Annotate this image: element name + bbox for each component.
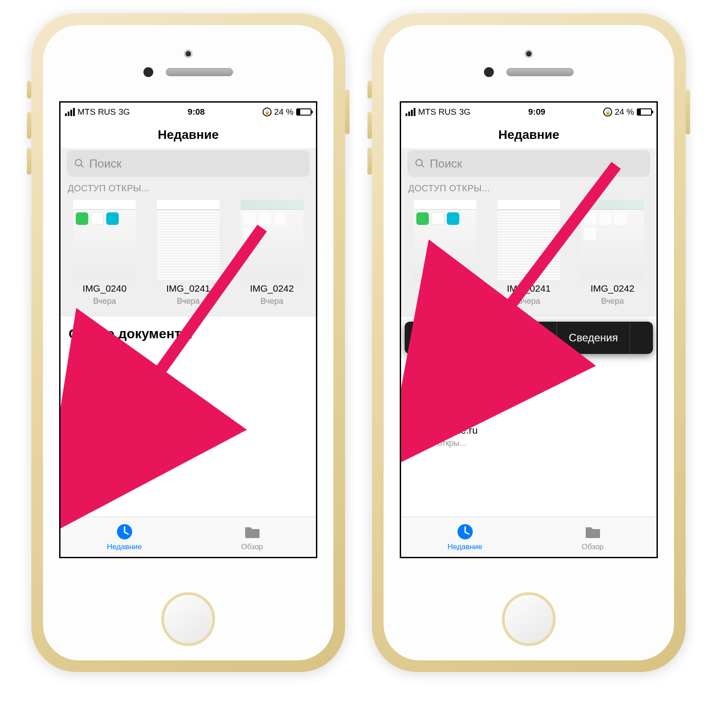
zip-file-icon: zip xyxy=(409,355,467,422)
document-name: apple-iphone.ru xyxy=(69,417,137,428)
phone-left: MTS RUS 3G 9:08 🔒 24 % Недавние Поиск xyxy=(31,13,345,672)
thumbnail-item[interactable]: IMG_0242 Вчера xyxy=(576,200,648,306)
search-input[interactable]: Поиск xyxy=(407,150,650,177)
rotation-lock-icon: 🔒 xyxy=(603,108,612,116)
document-area: zip apple-iphone.ru Доступ откры... xyxy=(60,347,316,444)
carrier-label: MTS RUS xyxy=(78,107,116,117)
battery-icon xyxy=(296,108,311,116)
search-input[interactable]: Поиск xyxy=(67,150,310,177)
recent-thumbnails: IMG_0240 Вчера IMG_0241 Вчера IMG_0242 В… xyxy=(60,196,316,316)
folder-icon xyxy=(243,523,261,541)
tab-bar: Недавние Обзор xyxy=(60,517,316,557)
front-camera xyxy=(184,49,193,58)
thumbnail-sub: Вчера xyxy=(434,297,457,306)
rotation-lock-icon: 🔒 xyxy=(263,108,272,116)
thumbnail-name: IMG_0240 xyxy=(423,283,467,294)
context-tags-button[interactable]: Теги xyxy=(512,322,557,354)
folder-icon xyxy=(584,523,602,541)
clock-label: 9:09 xyxy=(528,107,545,117)
thumbnail-name: IMG_0241 xyxy=(507,283,551,294)
thumbnail-item[interactable]: IMG_0240 Вчера xyxy=(409,200,481,306)
clock-icon xyxy=(116,523,134,541)
group-label: Доступ откры... xyxy=(401,181,657,196)
thumbnail-item[interactable]: IMG_0241 Вчера xyxy=(152,200,225,306)
network-label: 3G xyxy=(119,107,130,117)
clock-icon xyxy=(456,523,474,541)
screen: MTS RUS 3G 9:08 🔒 24 % Недавние Поиск xyxy=(59,101,317,558)
battery-percent: 24 % xyxy=(615,107,634,117)
context-prev-button[interactable] xyxy=(405,322,428,354)
device-body: MTS RUS 3G 9:08 🔒 24 % Недавние Поиск xyxy=(43,25,333,660)
thumbnail-sub: Вчера xyxy=(93,297,116,306)
phone-right: MTS RUS 3G 9:09 🔒 24 % Недавние Поиск xyxy=(372,13,686,672)
document-area: zip apple-iphone.ru Доступ откры... xyxy=(401,353,657,452)
thumbnail-name: IMG_0241 xyxy=(166,283,210,294)
page-title: Недавние xyxy=(60,121,316,148)
mute-switch xyxy=(27,81,31,99)
battery-icon xyxy=(637,108,652,116)
document-name: apple-iphone.ru xyxy=(409,425,478,436)
search-icon xyxy=(74,158,85,169)
zip-file-icon: zip xyxy=(69,347,127,414)
thumbnail-name: IMG_0242 xyxy=(591,283,635,294)
signal-icon xyxy=(406,108,415,116)
document-item[interactable]: zip apple-iphone.ru Доступ откры... xyxy=(409,355,490,448)
carrier-label: MTS RUS xyxy=(418,107,457,117)
thumbnail-item[interactable]: IMG_0240 Вчера xyxy=(69,200,141,306)
tab-browse[interactable]: Обзор xyxy=(188,517,316,557)
thumbnail-item[interactable]: IMG_0241 Вчера xyxy=(493,200,565,306)
thumbnail-name: IMG_0240 xyxy=(82,283,126,294)
earpiece-speaker xyxy=(166,68,233,76)
battery-percent: 24 % xyxy=(274,107,294,117)
tab-label: Недавние xyxy=(447,543,482,551)
earpiece-speaker xyxy=(506,68,574,76)
tab-label: Недавние xyxy=(107,543,142,551)
clock-label: 9:08 xyxy=(188,107,205,117)
signal-icon xyxy=(65,108,75,116)
document-sub: Доступ откры... xyxy=(69,431,125,440)
page-title: Недавние xyxy=(401,121,657,148)
tab-bar: Недавние Обзор xyxy=(401,517,657,557)
proximity-sensor xyxy=(484,67,494,77)
tab-recent[interactable]: Недавние xyxy=(401,517,529,557)
tab-browse[interactable]: Обзор xyxy=(529,517,657,557)
search-placeholder: Поиск xyxy=(89,157,121,171)
context-next-button[interactable] xyxy=(630,322,653,354)
volume-down xyxy=(27,148,31,175)
context-share-button[interactable]: Поделиться xyxy=(428,322,512,354)
thumbnail-item[interactable]: IMG_0242 Вчера xyxy=(236,200,308,306)
device-body: MTS RUS 3G 9:09 🔒 24 % Недавние Поиск xyxy=(384,25,674,660)
proximity-sensor xyxy=(143,67,153,77)
search-placeholder: Поиск xyxy=(430,157,462,171)
thumbnail-sub: Вчера xyxy=(518,297,540,306)
document-item[interactable]: zip apple-iphone.ru Доступ откры... xyxy=(69,347,149,440)
search-icon xyxy=(415,158,425,169)
home-button[interactable] xyxy=(502,592,556,646)
power-button xyxy=(345,90,350,134)
tab-recent[interactable]: Недавние xyxy=(60,517,188,557)
status-bar: MTS RUS 3G 9:09 🔒 24 % xyxy=(401,103,657,121)
context-menu: Поделиться Теги Сведения xyxy=(405,322,653,354)
tab-label: Обзор xyxy=(241,543,263,551)
network-label: 3G xyxy=(459,107,471,117)
screen: MTS RUS 3G 9:09 🔒 24 % Недавние Поиск xyxy=(400,101,658,558)
section-header: Общие документы xyxy=(60,316,316,347)
group-label: Доступ откры... xyxy=(60,181,316,196)
tab-label: Обзор xyxy=(582,543,604,551)
mute-switch xyxy=(367,81,372,99)
context-info-button[interactable]: Сведения xyxy=(557,322,630,354)
earpiece-zone xyxy=(384,25,674,101)
earpiece-zone xyxy=(43,25,333,101)
volume-down xyxy=(367,148,372,175)
thumbnail-sub: Вчера xyxy=(601,297,624,306)
status-bar: MTS RUS 3G 9:08 🔒 24 % xyxy=(60,103,316,121)
home-button[interactable] xyxy=(161,592,215,646)
volume-up xyxy=(27,112,31,139)
thumbnail-sub: Вчера xyxy=(260,297,283,306)
front-camera xyxy=(524,49,533,58)
volume-up xyxy=(367,112,372,139)
document-sub: Доступ откры... xyxy=(409,439,466,448)
power-button xyxy=(686,90,690,134)
thumbnail-name: IMG_0242 xyxy=(250,283,294,294)
thumbnail-sub: Вчера xyxy=(177,297,200,306)
